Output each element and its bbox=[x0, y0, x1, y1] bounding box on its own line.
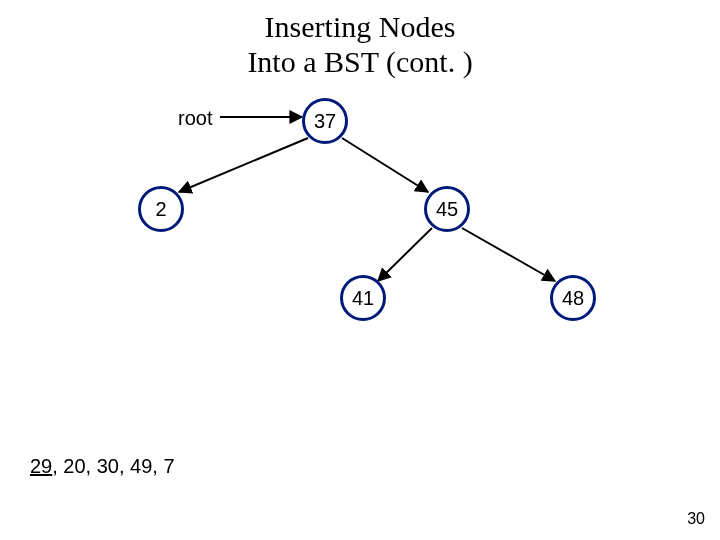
pending-insert-list: 29, 20, 30, 49, 7 bbox=[30, 455, 175, 478]
node-2: 2 bbox=[138, 186, 184, 232]
edge-37-2 bbox=[179, 138, 308, 192]
node-41-value: 41 bbox=[352, 287, 374, 310]
node-2-value: 2 bbox=[155, 198, 166, 221]
node-37: 37 bbox=[302, 98, 348, 144]
edge-45-48 bbox=[462, 228, 555, 281]
slide-number: 30 bbox=[687, 510, 705, 528]
node-48: 48 bbox=[550, 275, 596, 321]
edge-45-41 bbox=[378, 228, 432, 281]
node-37-value: 37 bbox=[314, 110, 336, 133]
remaining-insert-values: , 20, 30, 49, 7 bbox=[52, 455, 174, 477]
node-48-value: 48 bbox=[562, 287, 584, 310]
node-41: 41 bbox=[340, 275, 386, 321]
node-45: 45 bbox=[424, 186, 470, 232]
edge-37-45 bbox=[342, 138, 428, 192]
next-insert-value: 29 bbox=[30, 455, 52, 477]
node-45-value: 45 bbox=[436, 198, 458, 221]
